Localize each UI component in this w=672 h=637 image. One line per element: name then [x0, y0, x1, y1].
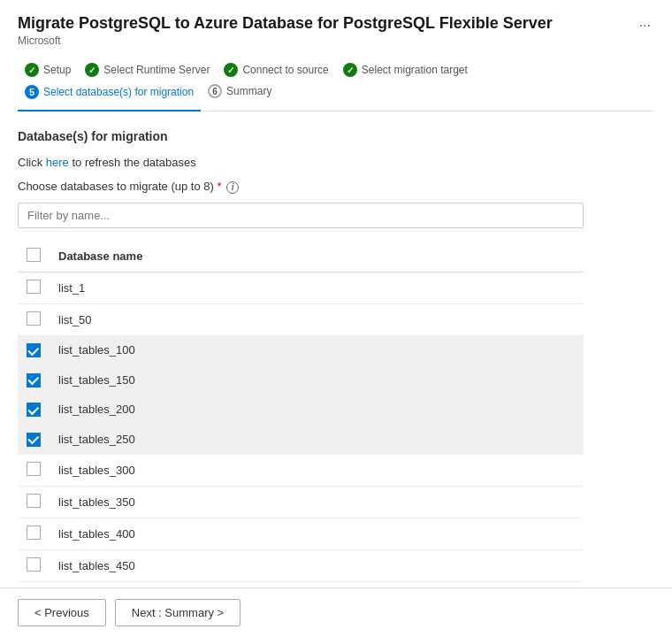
step-databases: 5Select database(s) for migration — [18, 81, 201, 111]
step-icon-setup: ✓ — [25, 63, 39, 77]
row-checkbox-list_tables_350[interactable] — [27, 494, 41, 508]
table-row: list_tables_250 — [18, 425, 584, 455]
step-label-target: Select migration target — [362, 64, 468, 76]
row-checkbox-list_tables_300[interactable] — [27, 462, 41, 476]
db-name-list_tables_400: list_tables_400 — [50, 518, 584, 549]
footer-bar: < Previous Next : Summary > — [0, 587, 672, 637]
column-header: Database name — [50, 241, 584, 272]
db-name-list_tables_150: list_tables_150 — [50, 365, 584, 395]
table-row: list_tables_150 — [18, 365, 584, 395]
db-name-list_tables_250: list_tables_250 — [50, 425, 584, 455]
step-label-runtime: Select Runtime Server — [103, 64, 210, 76]
row-checkbox-list_tables_200[interactable] — [27, 403, 41, 417]
previous-button[interactable]: < Previous — [18, 599, 106, 626]
table-row: list_tables_100 — [18, 335, 584, 365]
page-title: Migrate PostgreSQL to Azure Database for… — [18, 14, 553, 33]
db-name-list_tables_100: list_tables_100 — [50, 335, 584, 365]
database-table: Database name list_1list_50list_tables_1… — [18, 241, 584, 638]
table-row: list_tables_400 — [18, 518, 584, 549]
table-row: list_tables_450 — [18, 549, 584, 581]
choose-label: Choose databases to migrate (up to 8) * … — [18, 180, 654, 194]
table-row: list_tables_300 — [18, 454, 584, 486]
step-icon-databases: 5 — [25, 85, 39, 99]
step-label-connect: Connect to source — [242, 64, 328, 76]
refresh-link[interactable]: here — [46, 156, 69, 169]
row-checkbox-list_tables_250[interactable] — [27, 433, 41, 447]
steps-bar: ✓Setup✓Select Runtime Server✓Connect to … — [18, 59, 654, 111]
select-all-checkbox[interactable] — [27, 248, 41, 262]
step-target: ✓Select migration target — [336, 59, 475, 81]
db-name-list_1: list_1 — [50, 272, 584, 303]
section-title: Database(s) for migration — [18, 129, 654, 143]
db-name-list_tables_300: list_tables_300 — [50, 454, 584, 486]
db-name-list_tables_450: list_tables_450 — [50, 549, 584, 581]
step-label-summary: Summary — [226, 85, 271, 97]
table-row: list_1 — [18, 272, 584, 303]
step-icon-runtime: ✓ — [85, 63, 99, 77]
row-checkbox-list_tables_400[interactable] — [27, 526, 41, 540]
step-icon-summary: 6 — [208, 84, 222, 98]
filter-input[interactable] — [18, 203, 584, 228]
row-checkbox-list_tables_100[interactable] — [27, 343, 41, 357]
info-icon: i — [226, 181, 239, 194]
step-label-setup: Setup — [43, 64, 71, 76]
refresh-line: Click here to refresh the databases — [18, 156, 654, 169]
row-checkbox-list_50[interactable] — [27, 311, 41, 326]
row-checkbox-list_tables_150[interactable] — [27, 373, 41, 388]
db-name-list_tables_350: list_tables_350 — [50, 486, 584, 518]
db-name-list_tables_200: list_tables_200 — [50, 395, 584, 425]
table-row: list_tables_200 — [18, 395, 584, 425]
more-options-icon[interactable]: ··· — [636, 14, 654, 37]
row-checkbox-list_1[interactable] — [27, 280, 41, 294]
step-connect: ✓Connect to source — [217, 59, 335, 81]
step-runtime: ✓Select Runtime Server — [78, 59, 217, 81]
page-subtitle: Microsoft — [18, 35, 553, 47]
next-button[interactable]: Next : Summary > — [115, 599, 241, 626]
step-label-databases: Select database(s) for migration — [43, 86, 194, 98]
table-row: list_50 — [18, 303, 584, 335]
step-icon-target: ✓ — [343, 63, 357, 77]
row-checkbox-list_tables_450[interactable] — [27, 557, 41, 572]
db-name-list_50: list_50 — [50, 303, 584, 335]
step-setup: ✓Setup — [18, 59, 78, 81]
step-icon-connect: ✓ — [224, 63, 238, 77]
step-summary: 6Summary — [201, 81, 279, 102]
table-row: list_tables_350 — [18, 486, 584, 518]
